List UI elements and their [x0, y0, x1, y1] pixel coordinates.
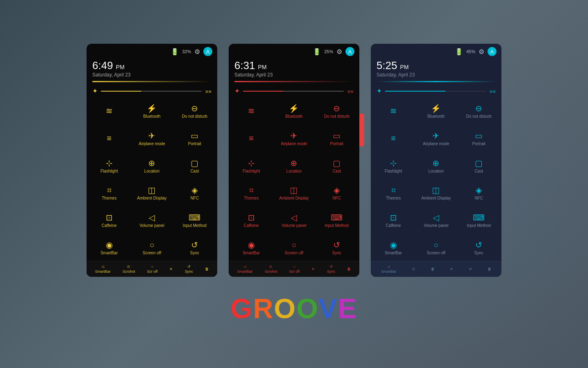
qs-sync-1[interactable]: ↺ Sync — [174, 234, 216, 261]
qs-portrait-2[interactable]: ▭ Portrait — [316, 126, 358, 152]
qs-ambient-1[interactable]: ◫ Ambient Display — [131, 180, 173, 206]
qs-location-1[interactable]: ⊕ Location — [131, 153, 173, 179]
qs-flashlight-3[interactable]: ⊹ Flashlight — [372, 153, 414, 179]
qs-volume-1[interactable]: ◁ Volume panel — [131, 207, 173, 234]
gear-icon-2[interactable]: ⚙ — [336, 48, 342, 56]
brightness-bar-1[interactable] — [101, 91, 202, 92]
qs-nfc-2[interactable]: ◈ NFC — [316, 180, 358, 206]
qs-portrait-3[interactable]: ▭ Portrait — [458, 126, 500, 152]
logo-letter-v: V — [319, 293, 338, 324]
accent-line-1 — [92, 81, 212, 82]
brightness-arrows-1: »» — [205, 88, 212, 94]
screenshot-btn-3[interactable]: ⊙ — [412, 267, 415, 271]
qs-themes-3[interactable]: ⌗ Themes — [372, 180, 414, 206]
volume-icon-3: ◁ — [433, 213, 439, 222]
qs-data-2[interactable]: ≡ — [230, 126, 272, 152]
qs-airplane-2[interactable]: ✈ Airplane mode — [273, 126, 315, 152]
qs-themes-1[interactable]: ⌗ Themes — [88, 180, 130, 206]
qs-airplane-3[interactable]: ✈ Airplane mode — [415, 126, 457, 152]
groove-logo: GROOVE — [231, 292, 358, 324]
qs-caffeine-1[interactable]: ⊡ Caffeine — [88, 207, 130, 234]
qs-data-1[interactable]: ≡ — [88, 126, 130, 152]
qs-nfc-1[interactable]: ◈ NFC — [174, 180, 216, 206]
qs-portrait-1[interactable]: ▭ Portrait — [174, 126, 216, 152]
screenshot-btn-1[interactable]: ⊙Scrshot — [122, 265, 135, 274]
smartbar-btn-2[interactable]: ◁SmartBar — [237, 265, 253, 274]
qs-keyboard-2[interactable]: ⌨ Input Method — [316, 207, 358, 234]
brightness-icon-2: ✦ — [234, 87, 240, 95]
qs-dnd-2[interactable]: ⊖ Do not disturb — [316, 98, 358, 125]
screenoff-btn-3[interactable]: 🗑 — [431, 267, 434, 271]
gear-icon-1[interactable]: ⚙ — [194, 48, 200, 56]
dnd-label-1: Do not disturb — [182, 114, 207, 119]
qs-screenoff-3[interactable]: ○ Screen off — [415, 234, 457, 261]
bluetooth-label-1: Bluetooth — [143, 114, 160, 119]
cast-icon-1: ▢ — [191, 159, 198, 167]
flashlight-icon-1: ⊹ — [106, 159, 113, 167]
brightness-bar-2[interactable] — [243, 91, 344, 92]
qs-bluetooth-3[interactable]: ⚡ Bluetooth — [415, 98, 457, 125]
qs-bluetooth-2[interactable]: ⚡ Bluetooth — [273, 98, 315, 125]
screenoff-btn-2[interactable]: ○Scr off — [289, 265, 300, 274]
close-btn-2[interactable]: ✕ — [312, 267, 315, 271]
qs-keyboard-1[interactable]: ⌨ Input Method — [174, 207, 216, 234]
qs-caffeine-3[interactable]: ⊡ Caffeine — [372, 207, 414, 234]
delete-btn-1[interactable]: 🗑 — [205, 267, 209, 271]
time-block-1: 6:49 PM Saturday, April 23 — [87, 58, 217, 81]
close-btn-3[interactable]: ✕ — [450, 267, 453, 271]
qs-cast-3[interactable]: ▢ Cast — [458, 153, 500, 179]
battery-icon-2: 🔋 — [313, 48, 321, 56]
sync-btn-3[interactable]: ↺ — [469, 267, 472, 271]
brightness-bar-3[interactable] — [385, 91, 486, 92]
qs-sync-3[interactable]: ↺ Sync — [458, 234, 500, 261]
qs-flashlight-2[interactable]: ⊹ Flashlight — [230, 153, 272, 179]
qs-ambient-2[interactable]: ◫ Ambient Display — [273, 180, 315, 206]
user-icon-1[interactable]: A — [203, 47, 212, 56]
qs-cast-1[interactable]: ▢ Cast — [174, 153, 216, 179]
qs-bluetooth-1[interactable]: ⚡ Bluetooth — [131, 98, 173, 125]
qs-smartbar-2[interactable]: ◉ SmartBar — [230, 234, 272, 261]
screenoff-label-1: Screen off — [143, 251, 161, 256]
qs-caffeine-2[interactable]: ⊡ Caffeine — [230, 207, 272, 234]
date-1: Saturday, April 23 — [92, 72, 212, 78]
qs-smartbar-1[interactable]: ◉ SmartBar — [88, 234, 130, 261]
logo-letter-o1: O — [274, 293, 296, 324]
user-icon-2[interactable]: A — [345, 47, 354, 56]
qs-wifi-2[interactable]: ≋ — [230, 98, 272, 125]
screenshot-btn-2[interactable]: ⊙Scrshot — [265, 265, 277, 274]
qs-sync-2[interactable]: ↺ Sync — [316, 234, 358, 261]
qs-volume-3[interactable]: ◁ Volume panel — [415, 207, 457, 234]
qs-keyboard-3[interactable]: ⌨ Input Method — [458, 207, 500, 234]
sync-btn-2[interactable]: ↺Sync — [327, 265, 335, 274]
qs-ambient-3[interactable]: ◫ Ambient Display — [415, 180, 457, 206]
qs-smartbar-3[interactable]: ◉ SmartBar — [372, 234, 414, 261]
sync-btn-1[interactable]: ↺Sync — [185, 265, 193, 274]
qs-data-3[interactable]: ≡ — [372, 126, 414, 152]
qs-nfc-3[interactable]: ◈ NFC — [458, 180, 500, 206]
qs-airplane-1[interactable]: ✈ Airplane mode — [131, 126, 173, 152]
qs-themes-2[interactable]: ⌗ Themes — [230, 180, 272, 206]
screenoff-btn-1[interactable]: ○Scr off — [147, 265, 158, 274]
qs-screenoff-2[interactable]: ○ Screen off — [273, 234, 315, 261]
qs-wifi-3[interactable]: ≋ — [372, 98, 414, 125]
qs-screenoff-1[interactable]: ○ Screen off — [131, 234, 173, 261]
close-btn-1[interactable]: ✕ — [169, 267, 173, 271]
qs-flashlight-1[interactable]: ⊹ Flashlight — [88, 153, 130, 179]
smartbar-btn-3[interactable]: ◁SmartBar — [381, 265, 396, 274]
qs-dnd-3[interactable]: ⊖ Do not disturb — [458, 98, 500, 125]
qs-cast-2[interactable]: ▢ Cast — [316, 153, 358, 179]
themes-icon-1: ⌗ — [107, 186, 111, 194]
gear-icon-3[interactable]: ⚙ — [479, 48, 484, 56]
qs-wifi-1[interactable]: ≋ — [88, 98, 130, 125]
qs-dnd-1[interactable]: ⊖ Do not disturb — [174, 98, 216, 125]
delete-btn-3[interactable]: 🗑 — [488, 267, 491, 271]
cast-icon-3: ▢ — [475, 159, 483, 167]
user-icon-3[interactable]: A — [488, 47, 497, 56]
smartbar-btn-1[interactable]: ◁SmartBar — [95, 265, 111, 274]
qs-location-3[interactable]: ⊕ Location — [415, 153, 457, 179]
qs-location-2[interactable]: ⊕ Location — [273, 153, 315, 179]
caffeine-label-1: Caffeine — [102, 223, 117, 228]
nfc-label-1: NFC — [190, 196, 199, 201]
delete-btn-2[interactable]: 🗑 — [347, 267, 351, 271]
qs-volume-2[interactable]: ◁ Volume panel — [273, 207, 315, 234]
